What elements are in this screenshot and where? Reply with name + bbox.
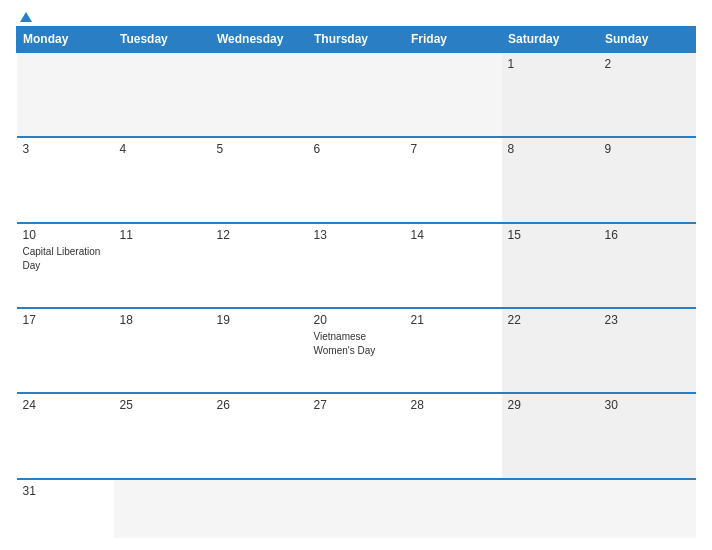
date-number: 7 [411, 142, 496, 156]
calendar-week-2: 3456789 [17, 137, 696, 222]
date-number: 11 [120, 228, 205, 242]
calendar-cell: 4 [114, 137, 211, 222]
date-number: 1 [508, 57, 593, 71]
date-number: 9 [605, 142, 690, 156]
calendar-cell: 23 [599, 308, 696, 393]
calendar-cell: 30 [599, 393, 696, 478]
calendar-cell [308, 52, 405, 137]
calendar-cell [211, 52, 308, 137]
calendar-cell: 15 [502, 223, 599, 308]
date-number: 19 [217, 313, 302, 327]
date-number: 8 [508, 142, 593, 156]
date-number: 13 [314, 228, 399, 242]
calendar-cell [114, 479, 211, 538]
day-header-friday: Friday [405, 27, 502, 53]
day-header-thursday: Thursday [308, 27, 405, 53]
calendar-cell: 20Vietnamese Women's Day [308, 308, 405, 393]
date-number: 24 [23, 398, 108, 412]
date-number: 12 [217, 228, 302, 242]
calendar-cell: 16 [599, 223, 696, 308]
calendar-cell: 1 [502, 52, 599, 137]
calendar-cell: 27 [308, 393, 405, 478]
date-number: 27 [314, 398, 399, 412]
date-number: 29 [508, 398, 593, 412]
event-text: Vietnamese Women's Day [314, 331, 376, 356]
calendar-cell: 12 [211, 223, 308, 308]
date-number: 30 [605, 398, 690, 412]
date-number: 28 [411, 398, 496, 412]
calendar-cell [308, 479, 405, 538]
calendar-cell: 28 [405, 393, 502, 478]
date-number: 26 [217, 398, 302, 412]
logo [16, 12, 36, 22]
date-number: 15 [508, 228, 593, 242]
calendar-week-4: 17181920Vietnamese Women's Day212223 [17, 308, 696, 393]
date-number: 17 [23, 313, 108, 327]
calendar-table: MondayTuesdayWednesdayThursdayFridaySatu… [16, 26, 696, 538]
calendar-cell [502, 479, 599, 538]
calendar-week-6: 31 [17, 479, 696, 538]
calendar-cell [114, 52, 211, 137]
date-number: 3 [23, 142, 108, 156]
date-number: 31 [23, 484, 108, 498]
date-number: 16 [605, 228, 690, 242]
calendar-cell: 3 [17, 137, 114, 222]
date-number: 6 [314, 142, 399, 156]
calendar-cell [17, 52, 114, 137]
calendar-week-1: 12 [17, 52, 696, 137]
calendar-cell: 25 [114, 393, 211, 478]
calendar-cell: 9 [599, 137, 696, 222]
calendar-cell [405, 479, 502, 538]
date-number: 14 [411, 228, 496, 242]
date-number: 21 [411, 313, 496, 327]
calendar-page: MondayTuesdayWednesdayThursdayFridaySatu… [0, 0, 712, 550]
day-header-saturday: Saturday [502, 27, 599, 53]
calendar-cell: 31 [17, 479, 114, 538]
date-number: 23 [605, 313, 690, 327]
calendar-cell: 14 [405, 223, 502, 308]
day-header-wednesday: Wednesday [211, 27, 308, 53]
date-number: 20 [314, 313, 399, 327]
calendar-cell: 11 [114, 223, 211, 308]
day-header-sunday: Sunday [599, 27, 696, 53]
date-number: 5 [217, 142, 302, 156]
date-number: 2 [605, 57, 690, 71]
calendar-header [16, 12, 696, 22]
calendar-cell: 29 [502, 393, 599, 478]
date-number: 25 [120, 398, 205, 412]
day-header-row: MondayTuesdayWednesdayThursdayFridaySatu… [17, 27, 696, 53]
calendar-cell: 18 [114, 308, 211, 393]
calendar-cell: 7 [405, 137, 502, 222]
day-header-monday: Monday [17, 27, 114, 53]
calendar-cell: 24 [17, 393, 114, 478]
calendar-week-5: 24252627282930 [17, 393, 696, 478]
calendar-cell: 6 [308, 137, 405, 222]
calendar-cell: 21 [405, 308, 502, 393]
calendar-cell: 5 [211, 137, 308, 222]
calendar-cell: 13 [308, 223, 405, 308]
calendar-cell: 22 [502, 308, 599, 393]
day-header-tuesday: Tuesday [114, 27, 211, 53]
calendar-cell: 17 [17, 308, 114, 393]
calendar-cell: 10Capital Liberation Day [17, 223, 114, 308]
date-number: 4 [120, 142, 205, 156]
event-text: Capital Liberation Day [23, 246, 101, 271]
date-number: 18 [120, 313, 205, 327]
calendar-cell [211, 479, 308, 538]
calendar-week-3: 10Capital Liberation Day111213141516 [17, 223, 696, 308]
calendar-cell [599, 479, 696, 538]
date-number: 22 [508, 313, 593, 327]
calendar-cell: 2 [599, 52, 696, 137]
calendar-cell: 26 [211, 393, 308, 478]
calendar-cell: 19 [211, 308, 308, 393]
logo-triangle-icon [20, 12, 32, 22]
calendar-cell: 8 [502, 137, 599, 222]
calendar-cell [405, 52, 502, 137]
date-number: 10 [23, 228, 108, 242]
